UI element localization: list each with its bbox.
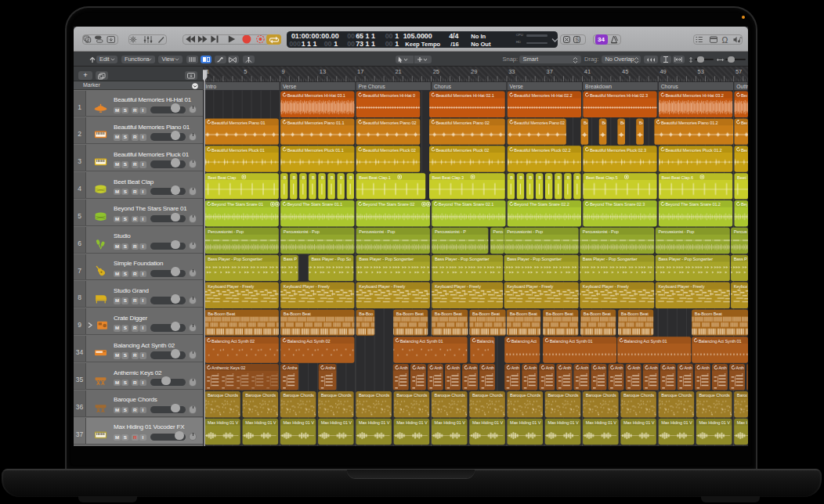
svg-text:Baroque Chords: Baroque Chords [435, 393, 465, 398]
svg-text:Chorus: Chorus [661, 83, 679, 88]
svg-text:Bass P: Bass P [284, 257, 297, 261]
svg-text:Baroque Chords: Baroque Chords [623, 393, 654, 398]
svg-text:Ba-Boom Beat: Ba-Boom Beat [695, 311, 723, 315]
svg-text:Beyon: Beyon [741, 202, 748, 207]
svg-text:Bass Player - Pop Songwriter: Bass Player - Pop Songwriter [359, 257, 414, 261]
svg-text:Max Hiding 01 V: Max Hiding 01 V [699, 420, 731, 425]
svg-text:B: B [539, 175, 542, 179]
svg-text:Anthe: Anthe [325, 365, 335, 370]
svg-text:Beautiful Memories Piano 02: Beautiful Memories Piano 02 [363, 120, 416, 124]
svg-text:Beautiful Memories Pluck 02.2: Beautiful Memories Pluck 02.2 [514, 147, 570, 152]
svg-text:S: S [576, 37, 580, 42]
svg-text:Keyboard Player - Freely: Keyboard Player - Freely [284, 283, 330, 288]
svg-text:Baroque Chords: Baroque Chords [321, 393, 352, 398]
svg-text:Verse: Verse [283, 83, 297, 88]
svg-text:Ba-Boom Beat: Ba-Boom Beat [621, 311, 649, 315]
svg-text:B: B [312, 175, 315, 179]
svg-text:Keyboard Player - Freely: Keyboard Player - Freely [359, 283, 405, 288]
svg-text:Max Hiding 01 V: Max Hiding 01 V [548, 420, 579, 425]
svg-text:Max Hiding 01 V: Max Hiding 01 V [359, 420, 390, 425]
svg-text:Ba-Boom Beat: Ba-Boom Beat [510, 311, 538, 315]
svg-text:Percussionist - Pop: Percussionist - Pop [507, 229, 543, 234]
svg-text:Anthemic Keys 02: Anthemic Keys 02 [211, 365, 245, 370]
svg-text:13: 13 [320, 68, 326, 75]
svg-text:Beet Beat Clap.5: Beet Beat Clap.5 [586, 175, 617, 179]
svg-text:Beautiful Memories Piano 02.2: Beautiful Memories Piano 02.2 [514, 120, 568, 124]
svg-text:Balancing Act Synth 01: Balancing Act Synth 01 [624, 338, 667, 343]
svg-text:Percussionist - Pop: Percussionist - Pop [284, 229, 320, 234]
svg-text:Beautiful Memories Piano 01.1: Beautiful Memories Piano 01.1 [287, 120, 345, 124]
svg-text:B: B [340, 175, 343, 179]
svg-text:Bass Player - Pop Songwriter: Bass Player - Pop Songwriter [208, 257, 262, 261]
svg-text:Beyond The Stars Snare 02.1: Beyond The Stars Snare 02.1 [439, 202, 493, 207]
svg-text:57: 57 [735, 68, 742, 75]
svg-text:B: B [321, 175, 324, 179]
svg-text:Balancing Act Synth 02: Balancing Act Synth 02 [287, 338, 331, 343]
svg-text:Beautiful Memories Pluck 02: Beautiful Memories Pluck 02 [363, 147, 416, 152]
svg-text:Percussionist - Pop: Percussionist - Pop [208, 229, 244, 234]
svg-text:B: B [293, 175, 296, 179]
svg-text:B: B [567, 175, 570, 179]
svg-text:Max Hiding 01 V: Max Hiding 01 V [472, 420, 504, 425]
svg-text:Max Hiding 01 V: Max Hiding 01 V [586, 420, 617, 425]
svg-text:Baroque Chords: Baroque Chords [548, 393, 578, 398]
svg-text:Beet Beat Clap.6: Beet Beat Clap.6 [662, 175, 693, 179]
svg-text:Keyboard Player - Freely: Keyboard Player - Freely [658, 283, 704, 288]
svg-text:Percuss: Percuss [734, 229, 748, 234]
svg-text:Breakdown: Breakdown [585, 83, 612, 88]
svg-text:Keyboard Player - Freely: Keyboard Player - Freely [507, 283, 553, 288]
svg-text:Beaut: Beaut [741, 147, 748, 152]
svg-text:5: 5 [244, 68, 247, 75]
svg-text:Beyond The Stars Snare 01.2: Beyond The Stars Snare 01.2 [666, 202, 721, 207]
svg-text:Balancing Act Synth 02: Balancing Act Synth 02 [211, 338, 255, 343]
svg-text:Balancing Act Synth 01: Balancing Act Synth 01 [699, 338, 742, 343]
svg-text:Beautiful: Beautiful [741, 92, 748, 97]
svg-text:B: B [558, 175, 561, 179]
svg-text:B: B [576, 175, 580, 179]
svg-text:Percussionist - Pop: Percussionist - Pop [359, 229, 395, 234]
svg-text:Bass Player - Pop So: Bass Player - Pop So [312, 257, 352, 261]
svg-text:49: 49 [660, 68, 666, 75]
svg-text:Max Hiding 01 V: Max Hiding 01 V [510, 420, 541, 425]
svg-text:Balancing: Balancing [477, 338, 496, 343]
svg-text:Baroque Chords: Baroque Chords [359, 393, 389, 398]
svg-text:B: B [529, 175, 533, 179]
svg-text:Baroque Chords: Baroque Chords [284, 393, 314, 398]
svg-text:Baroque Chords: Baroque Chords [586, 393, 616, 398]
svg-text:Beautiful Memories Hi-Hat 02.3: Beautiful Memories Hi-Hat 02.3 [590, 92, 648, 97]
svg-text:Beautiful Memories Pluck 01: Beautiful Memories Pluck 01 [211, 147, 265, 152]
svg-text:Keyboard Player - Freely: Keyboard Player - Freely [435, 283, 481, 288]
svg-text:Beauti: Beauti [741, 120, 748, 124]
svg-text:Max Hiding 01 V: Max Hiding 01 V [661, 420, 692, 425]
svg-text:Baroque Chords: Baroque Chords [472, 393, 503, 398]
svg-text:Beyond The Stars Snare 01: Beyond The Stars Snare 01 [211, 202, 263, 207]
svg-text:Anthe: Anthe [287, 365, 298, 370]
svg-text:B: B [349, 175, 352, 179]
svg-text:Beautiful Memories Hi-Hat 0: Beautiful Memories Hi-Hat 0 [363, 92, 415, 97]
svg-text:37: 37 [547, 68, 553, 75]
svg-text:B: B [331, 175, 334, 179]
svg-text:Beautiful Memories Piano 01: Beautiful Memories Piano 01 [211, 120, 265, 124]
svg-text:Baroque Chords: Baroque Chords [396, 393, 427, 398]
svg-text:41: 41 [584, 68, 591, 75]
svg-text:Max Hiding 01 V: Max Hiding 01 V [737, 420, 748, 425]
svg-text:Beyond The Stars Snare 02.3: Beyond The Stars Snare 02.3 [590, 202, 645, 207]
svg-text:9: 9 [282, 68, 285, 75]
svg-text:Max Hiding 01 V: Max Hiding 01 V [623, 420, 655, 425]
svg-text:Bass Player - Pop Songwriter: Bass Player - Pop Songwriter [435, 257, 490, 261]
svg-text:21: 21 [395, 68, 401, 75]
svg-text:Keyboa: Keyboa [734, 283, 748, 288]
svg-text:Ba-Boom Beat: Ba-Boom Beat [472, 311, 501, 315]
svg-text:Outtro: Outtro [736, 83, 748, 88]
svg-text:Bass Pla: Bass Pla [734, 257, 748, 261]
svg-text:Max Hiding 01 V: Max Hiding 01 V [435, 420, 466, 425]
svg-text:Beyond The Stars Snare 02.2: Beyond The Stars Snare 02.2 [514, 202, 569, 207]
svg-text:Percussionist - Pop: Percussionist - Pop [658, 229, 694, 234]
svg-text:Max Hiding 01 V: Max Hiding 01 V [321, 420, 352, 425]
svg-text:Beautiful Memories Piano 02: Beautiful Memories Piano 02 [436, 120, 490, 124]
svg-text:Ba-Boom Beat: Ba-Boom Beat [584, 311, 612, 315]
svg-text:45: 45 [622, 68, 628, 75]
svg-text:Beautiful Memories Hi-Hat 02.1: Beautiful Memories Hi-Hat 02.1 [436, 92, 494, 97]
svg-text:Beyond The Stars Snare 02: Beyond The Stars Snare 02 [363, 202, 414, 207]
svg-text:Percussionist - Pop: Percussionist - Pop [583, 229, 619, 234]
